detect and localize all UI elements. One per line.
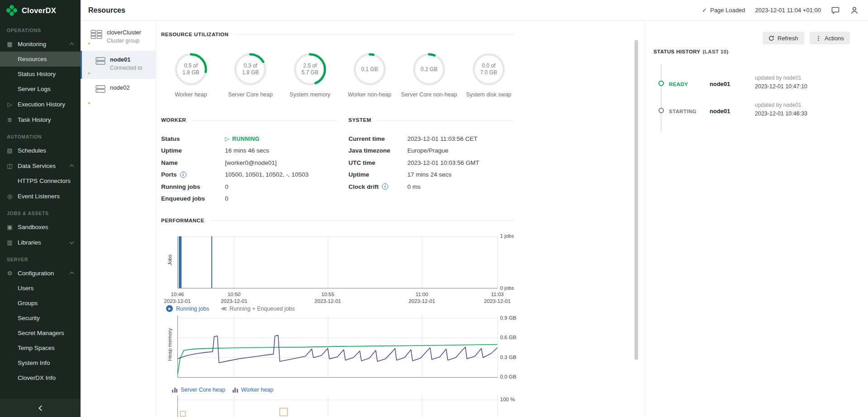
cloverdx-logo-icon (6, 5, 18, 16)
gauge-worker-non-heap: 0.1 GBWorker non-heap (340, 52, 400, 98)
cluster-tree-panel: cloverClusterCluster groupnode01Connecte… (81, 21, 156, 417)
sidebar-item-cloverdx-info[interactable]: CloverDX Info (0, 370, 81, 385)
sidebar-section-jobs-assets: JOBS & ASSETS (0, 204, 81, 219)
sidebar-item-secret-managers[interactable]: Secret Managers (0, 326, 81, 340)
sidebar-item-resources[interactable]: Resources (0, 52, 81, 67)
divider (210, 220, 514, 221)
legend-running-enqueued-jobs[interactable]: ≪Running + Enqueued jobs (221, 305, 295, 312)
status-label: STARTING (669, 109, 696, 114)
legend-running-jobs[interactable]: ▶Running jobs (166, 305, 209, 312)
page-loaded-status: ✓ Page Loaded (702, 7, 745, 14)
field-value: Europe/Prague (407, 147, 514, 154)
legend-server-core-heap[interactable]: Server Core heap (172, 387, 225, 393)
sidebar-section-server: SERVER (0, 250, 81, 265)
tree-connector-dot (88, 102, 90, 104)
field-value: 10500, 10501, 10502, -, 10503 (225, 171, 337, 178)
system-title: SYSTEM (348, 117, 371, 123)
status-meta: updated by node012023-12-01 10:47:10 (755, 75, 807, 90)
legend-worker-heap[interactable]: Worker heap (233, 387, 273, 393)
field-uptime: Uptime16 mins 46 secs (161, 145, 337, 157)
tree-item-node02[interactable]: node02 (81, 79, 156, 107)
double-chevron-icon: ≪ (221, 305, 226, 312)
gauge-worker-heap: 0.5 of1.8 GBWorker heap (161, 52, 221, 98)
sidebar-item-server-logs[interactable]: Server Logs (0, 81, 81, 96)
time-xtick: 10:502023-12-01 (221, 291, 248, 305)
worker-title: WORKER (161, 117, 186, 123)
header-timestamp: 2023-12-01 11:04 +01:00 (755, 7, 821, 14)
page-loaded-label: Page Loaded (710, 7, 745, 14)
sidebar-item-execution-history[interactable]: ▷Execution History (0, 96, 81, 112)
status-node-name: node01 (710, 81, 730, 87)
info-icon[interactable]: i (180, 172, 186, 178)
tree-connector-dot (88, 43, 90, 44)
status-label: READY (669, 81, 688, 87)
gauge-value: 2.5 of5.7 GB (292, 52, 328, 87)
user-icon[interactable] (850, 6, 859, 15)
play-icon: ▷ (225, 135, 229, 142)
status-updated-by: updated by node01 (755, 102, 807, 108)
sidebar-item-temp-spaces[interactable]: Temp Spaces (0, 340, 81, 355)
sidebar-item-data-services[interactable]: ◫Data Services (0, 158, 81, 173)
chevron-up-icon (70, 42, 74, 47)
sidebar-item-sandboxes[interactable]: ▣Sandboxes (0, 219, 81, 235)
data-services-icon: ◫ (6, 163, 14, 169)
gauge-label: Server Core non-heap (401, 91, 457, 98)
field-value: 2023-12-01 10:03:56 GMT (407, 159, 514, 166)
field-java-timezone: Java timezoneEurope/Prague (348, 145, 514, 157)
gauge-server-core-non-heap: 0.2 GBServer Core non-heap (399, 52, 459, 98)
app-logo[interactable]: CloverDX (0, 0, 81, 21)
gauge-ring: 0.1 GB (352, 52, 387, 87)
field-running-jobs: Running jobs0 (161, 181, 337, 193)
jobs-axis-label: Jobs (167, 254, 172, 265)
info-icon[interactable]: i (382, 183, 388, 190)
gauge-label: Worker non-heap (348, 91, 391, 98)
app-logo-text: CloverDX (22, 6, 56, 15)
configuration-icon: ⚙ (6, 270, 14, 277)
time-xtick: 10:552023-12-01 (315, 291, 341, 305)
tree-item-clovercluster[interactable]: cloverClusterCluster group (81, 26, 156, 51)
field-value: 0 ms (407, 183, 514, 190)
gauge-ring: 0.3 of1.8 GB (233, 52, 268, 87)
sidebar-item-users[interactable]: Users (0, 281, 81, 296)
sidebar-item-schedules[interactable]: ▤Schedules (0, 143, 81, 158)
status-running-text: RUNNING (232, 136, 259, 142)
cpu-chart-plot (177, 396, 498, 417)
field-value: 0 (225, 195, 337, 202)
divider (191, 120, 337, 120)
heap-ytick: 0.9 GB (500, 315, 516, 321)
sidebar-item-task-history[interactable]: ≣Task History (0, 112, 81, 127)
sidebar-collapse-button[interactable] (0, 399, 81, 417)
field-utc-time: UTC time2023-12-01 10:03:56 GMT (348, 157, 514, 169)
field-clock-drift: Clock drifti0 ms (348, 181, 514, 193)
status-circle-icon (658, 108, 664, 113)
resource-gauges: 0.5 of1.8 GBWorker heap0.3 of1.8 GBServe… (161, 52, 519, 98)
main-scrollbar[interactable] (634, 40, 638, 360)
chevron-left-icon (38, 405, 44, 411)
cluster-icon (91, 30, 102, 51)
sidebar-item-configuration[interactable]: ⚙Configuration (0, 265, 81, 281)
sidebar-item-monitoring[interactable]: ▦Monitoring (0, 36, 81, 52)
status-entry-ready: READYnode01updated by node012023-12-01 1… (645, 71, 868, 98)
tree-item-node01[interactable]: node01Connected to (81, 51, 156, 79)
server-node-icon (95, 57, 105, 79)
sidebar-item-groups[interactable]: Groups (0, 296, 81, 311)
bar-chart-icon (172, 387, 177, 393)
heap-chart-plot (177, 316, 498, 378)
sidebar-item-libraries[interactable]: ▥Libraries (0, 235, 81, 250)
heap-ytick: 0.0 GB (500, 374, 516, 379)
sidebar-item-security[interactable]: Security (0, 311, 81, 326)
gauge-ring: 0.5 of1.8 GB (173, 52, 209, 87)
sidebar-item-https-connectors[interactable]: HTTPS Connectors (0, 173, 81, 188)
divider (234, 34, 514, 35)
sidebar-item-status-history[interactable]: Status History (0, 67, 81, 81)
event-listeners-icon: ◎ (6, 193, 14, 200)
gauge-value: 0.3 of1.8 GB (233, 52, 268, 87)
jobs-ytick: 0 jobs (500, 285, 514, 291)
sidebar-item-event-listeners[interactable]: ◎Event Listeners (0, 188, 81, 204)
heap-ytick: 0.3 GB (500, 355, 516, 360)
sidebar-item-system-info[interactable]: System Info (0, 355, 81, 370)
gauge-system-memory: 2.5 of5.7 GBSystem memory (280, 52, 340, 98)
main-content: RESOURCE UTILIZATION 0.5 of1.8 GBWorker … (156, 21, 643, 417)
feedback-icon[interactable] (831, 6, 840, 15)
play-circle-icon: ▶ (166, 305, 173, 312)
